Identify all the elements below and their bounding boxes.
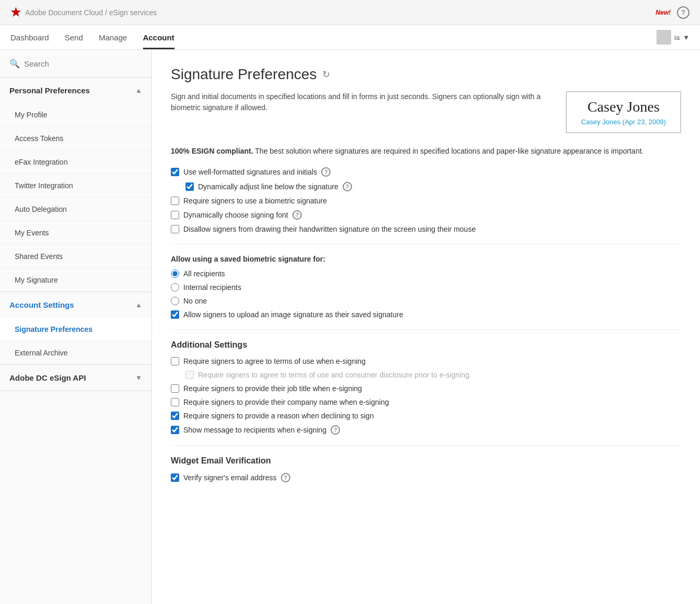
signature-print-name: Casey Jones (Apr 23, 2009) xyxy=(581,118,666,126)
radio-all-recipients-input[interactable] xyxy=(171,269,179,278)
personal-preferences-items: My Profile Access Tokens eFax Integratio… xyxy=(0,103,151,292)
checkbox-row-cb4: Dynamically choose signing font ? xyxy=(171,210,681,220)
checkbox-add4[interactable] xyxy=(171,398,179,406)
checkbox-row-add1: Require signers to agree to terms of use… xyxy=(171,357,681,365)
radio-internal-recipients: Internal recipients xyxy=(171,283,681,292)
radio-all-recipients: All recipients xyxy=(171,269,681,278)
personal-chevron-icon: ▲ xyxy=(135,87,142,94)
new-badge: New! xyxy=(655,9,671,16)
radio-all-recipients-label: All recipients xyxy=(183,269,225,278)
help-icon[interactable]: ? xyxy=(677,6,690,19)
search-input[interactable] xyxy=(24,59,142,68)
additional-settings-title: Additional Settings xyxy=(171,340,681,350)
main-layout: 🔍 Personal Preferences ▲ My Profile Acce… xyxy=(0,50,700,604)
account-settings-header[interactable]: Account Settings ▲ xyxy=(0,292,151,318)
checkbox-label-cb5: Disallow signers from drawing their hand… xyxy=(183,225,476,233)
checkbox-add1[interactable] xyxy=(171,357,179,365)
radio-internal-recipients-input[interactable] xyxy=(171,283,179,292)
top-bar-right: New! ? xyxy=(655,6,690,19)
sidebar-item-twitter-integration[interactable]: Twitter Integration xyxy=(0,174,151,198)
esign-notice: 100% ESIGN compliant. The best solution … xyxy=(171,146,681,157)
divider-1 xyxy=(171,244,681,244)
sidebar-item-shared-events[interactable]: Shared Events xyxy=(0,245,151,268)
refresh-icon[interactable]: ↻ xyxy=(322,69,330,80)
sidebar-item-external-archive[interactable]: External Archive xyxy=(0,341,151,364)
personal-preferences-label: Personal Preferences xyxy=(9,86,90,95)
divider-2 xyxy=(171,329,681,330)
sidebar-item-signature-preferences[interactable]: Signature Preferences xyxy=(0,318,151,341)
widget-title: Widget Email Verification xyxy=(171,456,681,466)
sidebar-item-my-profile[interactable]: My Profile xyxy=(0,103,151,127)
nav-bar: Dashboard Send Manage Account ia ▼ xyxy=(0,25,700,50)
service-name: eSign services xyxy=(109,8,157,17)
sidebar-item-my-signature[interactable]: My Signature xyxy=(0,268,151,292)
signature-checkboxes: Use well-formatted signatures and initia… xyxy=(171,167,681,233)
biometric-section: Allow using a saved biometric signature … xyxy=(171,255,681,319)
user-name: ia xyxy=(674,34,680,41)
description-text: Sign and initial documents in specified … xyxy=(171,91,553,113)
checkbox-cb2[interactable] xyxy=(185,182,194,191)
tab-account[interactable]: Account xyxy=(143,25,174,49)
esign-bold: 100% ESIGN compliant. xyxy=(171,147,253,155)
content-area: Signature Preferences ↻ Sign and initial… xyxy=(152,50,700,604)
checkbox-label-add4: Require signers to provide their company… xyxy=(183,398,389,406)
checkbox-label-add5: Require signers to provide a reason when… xyxy=(183,412,374,420)
checkbox-row-add3: Require signers to provide their job tit… xyxy=(171,384,681,393)
checkbox-row-add4: Require signers to provide their company… xyxy=(171,398,681,406)
widget-section: Widget Email Verification Verify signer'… xyxy=(171,456,681,482)
radio-no-one: No one xyxy=(171,297,681,305)
checkbox-label-add2: Require signers to agree to terms of use… xyxy=(198,371,471,379)
radio-no-one-input[interactable] xyxy=(171,297,179,305)
checkbox-add5[interactable] xyxy=(171,412,179,420)
checkbox-cb4[interactable] xyxy=(171,211,179,219)
search-icon: 🔍 xyxy=(9,59,20,69)
additional-settings: Additional Settings Require signers to a… xyxy=(171,340,681,435)
sidebar-section-api: Adobe DC eSign API ▼ xyxy=(0,365,151,391)
checkbox-row-add5: Require signers to provide a reason when… xyxy=(171,412,681,420)
checkbox-row-add6: Show message to recipients when e-signin… xyxy=(171,425,681,435)
checkbox-add3[interactable] xyxy=(171,384,179,393)
checkbox-cb1[interactable] xyxy=(171,168,179,176)
checkbox-row-upload: Allow signers to upload an image signatu… xyxy=(171,310,681,319)
top-bar: ★ Adobe Document Cloud / eSign services … xyxy=(0,0,700,25)
checkbox-row-wid1: Verify signer's email address ? xyxy=(171,473,681,482)
account-settings-label: Account Settings xyxy=(9,300,74,309)
tab-send[interactable]: Send xyxy=(64,25,83,49)
checkbox-add6[interactable] xyxy=(171,426,179,434)
page-title: Signature Preferences xyxy=(171,66,317,83)
radio-internal-recipients-label: Internal recipients xyxy=(183,283,242,292)
sidebar-item-access-tokens[interactable]: Access Tokens xyxy=(0,127,151,150)
signature-script-name: Casey Jones xyxy=(577,99,670,115)
checkbox-upload[interactable] xyxy=(171,310,179,319)
sidebar-item-auto-delegation[interactable]: Auto Delegation xyxy=(0,198,151,221)
account-chevron-icon: ▲ xyxy=(135,301,142,309)
radio-no-one-label: No one xyxy=(183,297,207,305)
sidebar-item-efax-integration[interactable]: eFax Integration xyxy=(0,150,151,174)
info-icon-wid1[interactable]: ? xyxy=(281,473,290,482)
page-title-row: Signature Preferences ↻ xyxy=(171,66,681,83)
info-icon-cb1[interactable]: ? xyxy=(321,167,331,177)
sidebar-item-my-events[interactable]: My Events xyxy=(0,221,151,245)
checkbox-label-add1: Require signers to agree to terms of use… xyxy=(183,357,366,365)
info-icon-cb4[interactable]: ? xyxy=(292,210,302,220)
nav-tabs: Dashboard Send Manage Account xyxy=(10,25,174,49)
info-icon-add6[interactable]: ? xyxy=(331,425,340,435)
checkbox-cb3[interactable] xyxy=(171,197,179,205)
checkbox-label-cb2: Dynamically adjust line below the signat… xyxy=(198,182,338,191)
api-chevron-icon: ▼ xyxy=(135,374,142,382)
user-area[interactable]: ia ▼ xyxy=(657,30,690,45)
adobe-logo-icon: ★ xyxy=(10,6,21,19)
checkbox-row-add2: Require signers to agree to terms of use… xyxy=(185,371,681,379)
sidebar-section-personal: Personal Preferences ▲ My Profile Access… xyxy=(0,78,151,292)
checkbox-cb5[interactable] xyxy=(171,225,179,233)
brand-name: Adobe Document Cloud xyxy=(25,8,103,17)
tab-manage[interactable]: Manage xyxy=(99,25,127,49)
signature-preview: Casey Jones Casey Jones (Apr 23, 2009) xyxy=(566,91,681,133)
api-header[interactable]: Adobe DC eSign API ▼ xyxy=(0,365,151,391)
personal-preferences-header[interactable]: Personal Preferences ▲ xyxy=(0,78,151,103)
checkbox-label-add6: Show message to recipients when e-signin… xyxy=(183,426,326,434)
tab-dashboard[interactable]: Dashboard xyxy=(10,25,49,49)
info-icon-cb2[interactable]: ? xyxy=(343,182,352,191)
checkbox-wid1[interactable] xyxy=(171,473,179,482)
user-chevron-icon: ▼ xyxy=(683,34,690,41)
